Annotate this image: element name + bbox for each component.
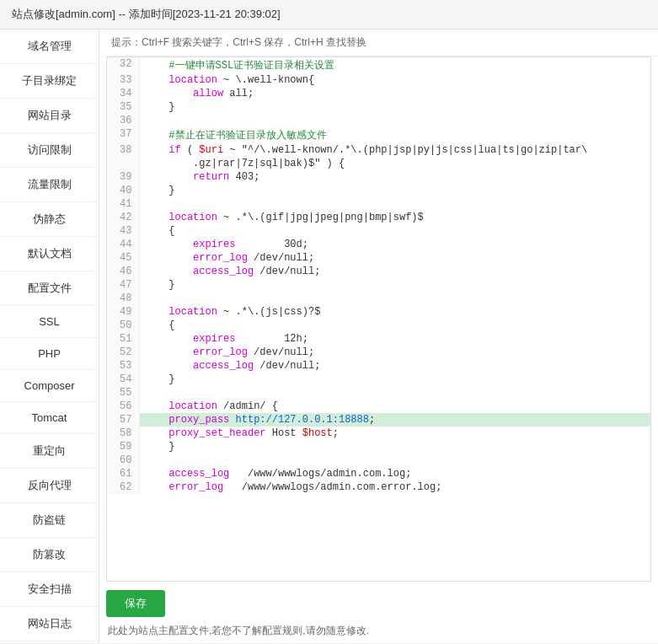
line-code: .gz|rar|7z|sql|bak)$" ) { [139, 157, 650, 170]
line-code: if ( $uri ~ "^/\.well-known/.*\.(php|jsp… [139, 143, 650, 157]
line-code: access_log /dev/null; [139, 359, 650, 373]
line-number: 39 [107, 170, 139, 184]
line-code: { [139, 224, 650, 238]
line-number: 32 [107, 57, 139, 73]
line-number: 62 [107, 480, 139, 494]
sidebar-item-防盗链[interactable]: 防盗链 [0, 503, 99, 538]
sidebar-item-Tomcat[interactable]: Tomcat [0, 402, 99, 434]
line-code [139, 292, 650, 305]
line-number: 57 [107, 413, 139, 427]
line-code: #一键申请SSL证书验证目录相关设置 [139, 57, 650, 73]
line-code [139, 453, 650, 467]
line-code: proxy_pass http://127.0.0.1:18888; [139, 413, 650, 427]
line-code: { [139, 319, 650, 332]
sidebar-item-流量限制[interactable]: 流量限制 [0, 168, 99, 202]
line-code: access_log /www/wwwlogs/admin.com.log; [139, 467, 650, 480]
sidebar-item-重定向[interactable]: 重定向 [0, 434, 99, 469]
line-number: 33 [107, 73, 139, 87]
sidebar-item-访问限制[interactable]: 访问限制 [0, 133, 99, 168]
footer-area: 保存 此处为站点主配置文件,若您不了解配置规则,请勿随意修改. [99, 582, 658, 643]
line-number: 59 [107, 440, 139, 453]
code-editor[interactable]: 32 #一键申请SSL证书验证目录相关设置33 location ~ \.wel… [106, 56, 651, 582]
sidebar-item-安全扫描[interactable]: 安全扫描 [0, 572, 99, 607]
line-code: access_log /dev/null; [139, 265, 650, 278]
line-code: } [139, 278, 650, 292]
line-number: 52 [107, 346, 139, 359]
sidebar-item-反向代理[interactable]: 反向代理 [0, 469, 99, 503]
line-number [107, 157, 139, 170]
sidebar-item-网站日志[interactable]: 网站日志 [0, 607, 99, 641]
title-text: 站点修改[admin.com] -- 添加时间[2023-11-21 20:39… [12, 8, 281, 20]
line-number: 34 [107, 87, 139, 100]
line-code: location ~ .*\.(js|css)?$ [139, 305, 650, 319]
sidebar-item-子目录绑定[interactable]: 子目录绑定 [0, 64, 99, 99]
line-number: 42 [107, 211, 139, 224]
line-number: 35 [107, 100, 139, 114]
line-code: } [139, 373, 650, 386]
line-number: 61 [107, 467, 139, 480]
sidebar: 域名管理子目录绑定网站目录访问限制流量限制伪静态默认文档配置文件SSLPHPCo… [0, 30, 99, 643]
sidebar-item-域名管理[interactable]: 域名管理 [0, 30, 99, 64]
line-number: 36 [107, 114, 139, 127]
line-code: expires 30d; [139, 238, 650, 251]
line-number: 49 [107, 305, 139, 319]
line-code [139, 114, 650, 127]
sidebar-item-PHP[interactable]: PHP [0, 338, 99, 370]
line-number: 60 [107, 453, 139, 467]
line-code: error_log /www/wwwlogs/admin.com.error.l… [139, 480, 650, 494]
line-number: 45 [107, 251, 139, 265]
line-number: 43 [107, 224, 139, 238]
line-number: 38 [107, 143, 139, 157]
line-code: location /admin/ { [139, 400, 650, 413]
line-code: #禁止在证书验证目录放入敏感文件 [139, 127, 650, 143]
line-number: 56 [107, 400, 139, 413]
hint-bar: 提示：Ctrl+F 搜索关键字，Ctrl+S 保存，Ctrl+H 查找替换 [99, 30, 658, 56]
line-code: } [139, 100, 650, 114]
line-number: 37 [107, 127, 139, 143]
line-number: 48 [107, 292, 139, 305]
line-code: proxy_set_header Host $host; [139, 427, 650, 440]
line-number: 50 [107, 319, 139, 332]
line-code: return 403; [139, 170, 650, 184]
footer-note: 此处为站点主配置文件,若您不了解配置规则,请勿随意修改. [106, 624, 651, 638]
line-number: 55 [107, 386, 139, 400]
sidebar-item-默认文档[interactable]: 默认文档 [0, 237, 99, 271]
sidebar-item-SSL[interactable]: SSL [0, 306, 99, 338]
line-number: 54 [107, 373, 139, 386]
main-layout: 域名管理子目录绑定网站目录访问限制流量限制伪静态默认文档配置文件SSLPHPCo… [0, 30, 658, 643]
line-code: error_log /dev/null; [139, 251, 650, 265]
sidebar-item-Composer[interactable]: Composer [0, 370, 99, 402]
line-code: } [139, 440, 650, 453]
line-number: 46 [107, 265, 139, 278]
line-code: error_log /dev/null; [139, 346, 650, 359]
line-code [139, 197, 650, 211]
hint-text: 提示：Ctrl+F 搜索关键字，Ctrl+S 保存，Ctrl+H 查找替换 [111, 36, 366, 48]
sidebar-item-网站目录[interactable]: 网站目录 [0, 99, 99, 133]
title-bar: 站点修改[admin.com] -- 添加时间[2023-11-21 20:39… [0, 0, 658, 30]
line-code: allow all; [139, 87, 650, 100]
content-area: 提示：Ctrl+F 搜索关键字，Ctrl+S 保存，Ctrl+H 查找替换 32… [99, 30, 658, 643]
line-code: expires 12h; [139, 332, 650, 346]
line-code: location ~ \.well-known{ [139, 73, 650, 87]
line-number: 41 [107, 197, 139, 211]
line-number: 47 [107, 278, 139, 292]
sidebar-item-配置文件[interactable]: 配置文件 [0, 271, 99, 306]
save-button[interactable]: 保存 [106, 590, 165, 617]
code-table: 32 #一键申请SSL证书验证目录相关设置33 location ~ \.wel… [107, 57, 650, 494]
line-number: 53 [107, 359, 139, 373]
line-number: 44 [107, 238, 139, 251]
line-code: location ~ .*\.(gif|jpg|jpeg|png|bmp|swf… [139, 211, 650, 224]
line-number: 51 [107, 332, 139, 346]
line-number: 40 [107, 184, 139, 197]
sidebar-item-伪静态[interactable]: 伪静态 [0, 202, 99, 237]
line-code [139, 386, 650, 400]
sidebar-item-防篡改[interactable]: 防篡改 [0, 538, 99, 572]
line-code: } [139, 184, 650, 197]
line-number: 58 [107, 427, 139, 440]
